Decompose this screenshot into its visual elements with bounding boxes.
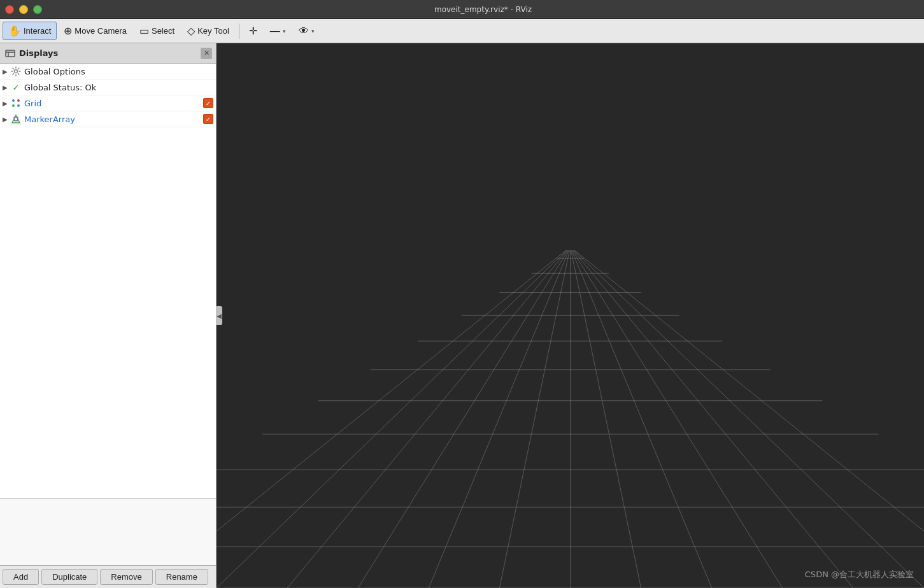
svg-point-9	[14, 117, 18, 121]
grid-label: Grid	[24, 99, 203, 108]
select-label: Select	[152, 26, 174, 36]
svg-point-4	[12, 99, 15, 102]
watermark: CSDN @合工大机器人实验室	[805, 569, 914, 580]
window-title: moveit_empty.rviz* - RViz	[47, 5, 919, 14]
main-area: Displays ✕ ▶ Global Options ▶ ✓	[0, 43, 924, 588]
move-camera-icon: ⊕	[64, 25, 72, 37]
tree-item-grid[interactable]: ▶ Grid ✓	[0, 95, 216, 111]
tree-arrow-global-status: ▶	[3, 84, 10, 91]
collapse-handle[interactable]: ◀	[216, 306, 222, 325]
close-button[interactable]	[5, 5, 14, 14]
marker-array-label: MarkerArray	[24, 115, 203, 124]
grid-display-icon	[10, 97, 22, 109]
select-button[interactable]: ▭ Select	[134, 22, 180, 40]
add-button[interactable]: Add	[3, 569, 39, 585]
move-camera-button[interactable]: ⊕ Move Camera	[58, 22, 132, 40]
3d-viewport[interactable]: CSDN @合工大机器人实验室	[217, 43, 924, 588]
dropdown-arrow-1: ▾	[283, 28, 286, 34]
displays-panel-title: Displays	[19, 48, 58, 58]
minimize-button[interactable]	[19, 5, 28, 14]
interact-label: Interact	[24, 26, 51, 36]
svg-point-7	[17, 104, 20, 107]
marker-array-icon	[10, 113, 22, 125]
view-dropdown-button[interactable]: 👁 ▾	[293, 22, 320, 40]
camera-icon: —	[270, 25, 280, 37]
marker-array-checkbox[interactable]: ✓	[203, 114, 213, 124]
check-icon: ✓	[10, 81, 22, 93]
tree-item-global-options[interactable]: ▶ Global Options	[0, 64, 216, 80]
key-tool-icon: ◇	[187, 25, 195, 37]
tree-arrow-global-options: ▶	[3, 68, 10, 75]
displays-header: Displays ✕	[0, 43, 216, 64]
move-camera-label: Move Camera	[75, 26, 127, 36]
bottom-buttons-bar: Add Duplicate Remove Rename	[0, 565, 216, 588]
gear-icon	[10, 66, 22, 77]
interact-button[interactable]: ✋ Interact	[3, 22, 57, 40]
displays-close-button[interactable]: ✕	[201, 48, 212, 59]
maximize-button[interactable]	[33, 5, 42, 14]
move-axis-icon: ✛	[249, 25, 257, 37]
select-icon: ▭	[139, 25, 149, 37]
toolbar-separator-1	[239, 24, 239, 39]
left-panel: Displays ✕ ▶ Global Options ▶ ✓	[0, 43, 217, 588]
remove-button[interactable]: Remove	[100, 569, 152, 585]
tree-item-global-status[interactable]: ▶ ✓ Global Status: Ok	[0, 80, 216, 95]
svg-point-5	[17, 99, 20, 102]
tree-item-marker-array[interactable]: ▶ MarkerArray ✓	[0, 111, 216, 127]
tree-arrow-marker-array: ▶	[3, 116, 10, 123]
grid-checkbox[interactable]: ✓	[203, 98, 213, 108]
svg-point-3	[15, 70, 18, 73]
tree-arrow-grid: ▶	[3, 100, 10, 107]
display-tree: ▶ Global Options ▶ ✓ Global Status: Ok	[0, 64, 216, 498]
camera-dropdown-button[interactable]: — ▾	[264, 22, 292, 40]
eye-icon: 👁	[299, 25, 309, 37]
key-tool-button[interactable]: ◇ Key Tool	[181, 22, 235, 40]
grid-canvas	[217, 43, 924, 588]
interact-icon: ✋	[8, 25, 21, 37]
move-axis-button[interactable]: ✛	[243, 22, 263, 40]
toolbar: ✋ Interact ⊕ Move Camera ▭ Select ◇ Key …	[0, 19, 924, 43]
duplicate-button[interactable]: Duplicate	[41, 569, 97, 585]
global-options-label: Global Options	[24, 67, 213, 76]
title-bar: moveit_empty.rviz* - RViz	[0, 0, 924, 19]
left-panel-bottom	[0, 498, 216, 565]
svg-point-6	[12, 104, 15, 107]
dropdown-arrow-2: ▾	[311, 28, 315, 34]
rename-button[interactable]: Rename	[155, 569, 208, 585]
key-tool-label: Key Tool	[197, 26, 229, 36]
global-status-label: Global Status: Ok	[24, 83, 213, 92]
panel-icon	[5, 48, 15, 59]
svg-marker-8	[12, 115, 20, 123]
svg-rect-0	[6, 50, 15, 57]
